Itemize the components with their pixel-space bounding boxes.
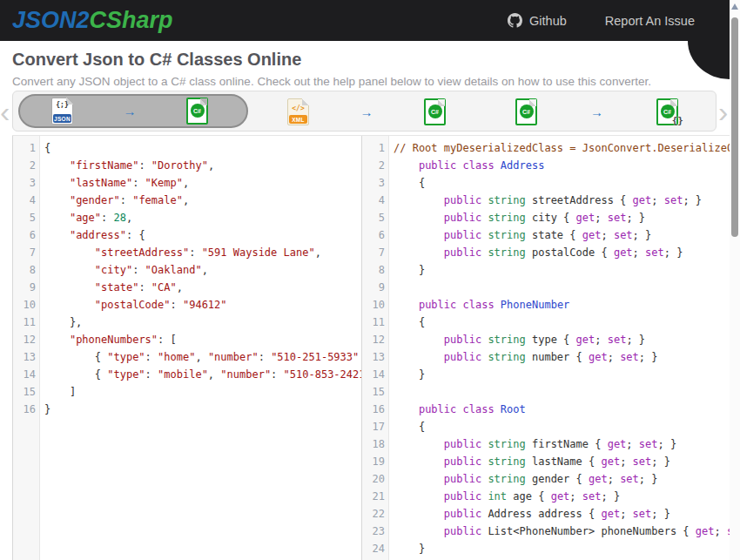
code-line: ] <box>44 383 361 401</box>
code-line: { <box>394 314 701 331</box>
line-number: 6 <box>13 226 39 244</box>
nav-report-issue-label: Report An Issue <box>605 14 695 28</box>
code-line: "age": 28, <box>44 209 361 226</box>
page-scrollbar[interactable] <box>730 0 740 560</box>
xml-badge: XML <box>289 115 307 124</box>
line-number: 10 <box>362 296 388 314</box>
carousel-next-button[interactable]: › <box>718 95 728 128</box>
line-number: 15 <box>13 383 39 401</box>
code-line: // Root myDeserializedClass = JsonConver… <box>394 139 701 157</box>
line-number: 11 <box>362 314 388 331</box>
line-number: 13 <box>13 348 39 366</box>
code-line: public string type { get; set; } <box>394 331 701 348</box>
site-logo[interactable]: JSON2CSharp <box>12 7 173 34</box>
json-file-icon: {;}JSON <box>51 98 73 125</box>
converter-option-xml-to-csharp[interactable]: </>XML→C# <box>287 96 446 128</box>
code-line: public string state { get; set; } <box>394 226 701 244</box>
code-line: public string streetAddress { get; set; … <box>394 192 701 209</box>
line-number: 17 <box>362 418 388 435</box>
nav-report-issue-link[interactable]: Report An Issue <box>605 14 695 28</box>
line-number: 9 <box>13 279 39 296</box>
line-number: 22 <box>362 505 388 523</box>
line-number: 4 <box>13 192 39 209</box>
line-number: 15 <box>362 383 388 401</box>
nav-github-link[interactable]: Github <box>508 13 567 28</box>
code-line: { "type": "mobile", "number": "510-853-2… <box>44 366 361 383</box>
json-input-editor: 12345678910111213141516 { "firstName": "… <box>12 136 362 560</box>
logo-csharp: CSharp <box>90 7 173 33</box>
code-line: "lastName": "Kemp", <box>44 174 361 192</box>
page-scrollbar-thumb[interactable] <box>731 17 738 237</box>
line-number: 3 <box>362 174 388 192</box>
line-number: 19 <box>362 453 388 470</box>
editor-panels: 12345678910111213141516 { "firstName": "… <box>12 135 730 560</box>
code-line: "firstName": "Dorothy", <box>44 157 361 174</box>
top-nav-bar: JSON2CSharp Github Report An Issue <box>0 0 730 41</box>
code-line: "streetAddress": "591 Wayside Lane", <box>44 244 361 261</box>
converter-carousel: {;}JSON→C# </>XML→C# C#→C#{} <box>12 91 716 132</box>
line-number: 16 <box>362 401 388 418</box>
json-glyph: {;} <box>52 101 72 109</box>
carousel-prev-button[interactable]: ‹ <box>0 95 10 128</box>
line-number: 12 <box>362 331 388 348</box>
scrollbar-up-arrow-icon[interactable] <box>731 3 738 10</box>
code-line: }, <box>44 314 361 331</box>
line-number: 7 <box>362 244 388 261</box>
line-number: 10 <box>13 296 39 314</box>
code-line <box>394 383 701 401</box>
converter-option-json-to-csharp[interactable]: {;}JSON→C# <box>18 94 248 128</box>
json-editor-gutter: 12345678910111213141516 <box>13 136 40 560</box>
line-number: 6 <box>362 226 388 244</box>
github-icon <box>508 13 522 28</box>
json-editor-code[interactable]: { "firstName": "Dorothy", "lastName": "K… <box>40 136 361 560</box>
line-number: 16 <box>13 401 39 418</box>
xml-file-icon: </>XML <box>287 98 309 125</box>
line-number: 3 <box>13 174 39 192</box>
line-number: 5 <box>13 209 39 226</box>
code-line: public int age { get; set; } <box>394 488 701 505</box>
code-line: { <box>394 174 701 192</box>
line-number: 7 <box>13 244 39 261</box>
line-number: 11 <box>13 314 39 331</box>
code-line: "phoneNumbers": [ <box>44 331 361 348</box>
csharp-editor-gutter: 1234567891011121314151617181920212223242… <box>362 136 389 560</box>
code-line: { <box>394 418 701 435</box>
code-line: { "type": "home", "number": "510-251-593… <box>44 348 361 366</box>
line-number: 14 <box>13 366 39 383</box>
code-line: "address": { <box>44 226 361 244</box>
line-number: 4 <box>362 192 388 209</box>
code-line: public string firstName { get; set; } <box>394 435 701 453</box>
code-line: "postalCode": "94612" <box>44 296 361 314</box>
arrow-right-icon: → <box>360 105 373 119</box>
csharp-logo-icon: C# <box>520 105 534 118</box>
code-line: "city": "Oakland", <box>44 261 361 279</box>
csharp-output-editor: 1234567891011121314151617181920212223242… <box>362 136 730 560</box>
line-number: 9 <box>362 279 388 296</box>
line-number: 14 <box>362 366 388 383</box>
csharp-editor-code[interactable]: // Root myDeserializedClass = JsonConver… <box>389 136 730 560</box>
nav-github-label: Github <box>529 14 567 28</box>
code-line: } <box>394 261 701 279</box>
code-line: public string number { get; set; } <box>394 348 701 366</box>
csharp-logo-icon: C# <box>191 104 205 118</box>
code-line: "state": "CA", <box>44 279 361 296</box>
code-line: public string gender { get; set; } <box>394 470 701 488</box>
arrow-right-icon: → <box>590 105 603 119</box>
code-line: "gender": "female", <box>44 192 361 209</box>
line-number: 23 <box>362 523 388 540</box>
line-number: 8 <box>13 261 39 279</box>
header-nav: Github Report An Issue <box>508 13 695 28</box>
csharp-file-icon: C# <box>424 98 446 125</box>
arrow-right-icon: → <box>124 104 137 118</box>
csharp-logo-icon: C# <box>428 105 442 118</box>
line-number: 1 <box>13 139 39 157</box>
json-badge: JSON <box>53 114 71 123</box>
code-line <box>394 279 701 296</box>
page-title: Convert Json to C# Classes Online <box>12 50 301 70</box>
converter-option-csharp-to-json[interactable]: C#→C#{} <box>515 96 678 128</box>
code-line: public string city { get; set; } <box>394 209 701 226</box>
code-line: public class PhoneNumber <box>394 296 701 314</box>
code-line: public List<PhoneNumber> phoneNumbers { … <box>394 523 701 540</box>
page: JSON2CSharp Github Report An Issue Conve… <box>0 0 740 560</box>
code-line: public string lastName { get; set; } <box>394 453 701 470</box>
